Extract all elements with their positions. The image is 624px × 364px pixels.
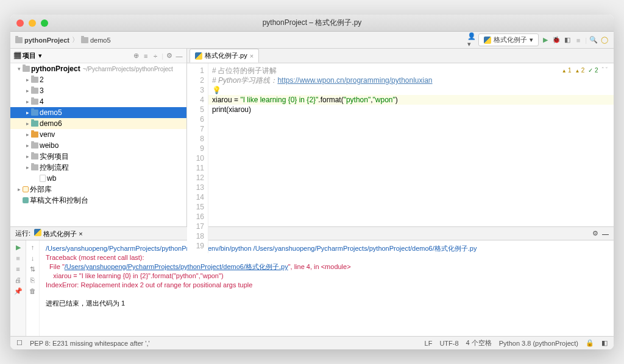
notifications-icon[interactable]: ◧ [601, 339, 608, 347]
ok-badge: 2 [588, 66, 598, 76]
tree-item[interactable]: ▸控制流程 [10, 162, 186, 173]
status-indent[interactable]: 4 个空格 [466, 338, 492, 348]
toolbar: pythonProject 〉 demo5 👤▾ 格式化例子 ▾ ▶ 🐞 ◧ ■… [10, 32, 614, 49]
tree-item[interactable]: ▸4 [10, 96, 186, 107]
run-button[interactable]: ▶ [541, 36, 550, 44]
up-icon[interactable]: ↑ [29, 243, 37, 251]
folder-icon [31, 142, 38, 149]
run-config-tab[interactable]: 格式化例子 × [34, 229, 83, 239]
editor-pane: 格式化例子.py× 12345678910111213141516171819 … [187, 49, 614, 226]
coverage-button[interactable]: ◧ [563, 36, 572, 44]
warning-badge: 2 [575, 66, 585, 76]
editor-tabs: 格式化例子.py× [187, 49, 614, 63]
run-toolbar: ▶ ■ ≡ 🖨 📌 [10, 240, 26, 336]
folder-icon [31, 153, 38, 159]
project-view-selector[interactable]: ▦ 项目 ▾ [14, 51, 42, 60]
statusbar: ☐ PEP 8: E231 missing whitespace after '… [10, 336, 614, 349]
pin-icon[interactable]: 📌 [14, 287, 23, 295]
line-gutter: 12345678910111213141516171819 [187, 63, 208, 253]
python-icon [484, 37, 491, 44]
folder-icon [31, 121, 38, 127]
status-interpreter[interactable]: Python 3.8 (pythonProject) [499, 340, 578, 347]
tree-item[interactable]: ▸实例项目 [10, 151, 186, 162]
tree-item[interactable]: ▸weibo [10, 140, 186, 151]
folder-icon [31, 164, 38, 170]
tree-item-libs[interactable]: ▸外部库 [10, 184, 186, 195]
console-output[interactable]: /Users/yanshuopeng/PycharmProjects/pytho… [40, 240, 614, 336]
breadcrumb-folder[interactable]: demo5 [81, 37, 111, 44]
rerun-button[interactable]: ▶ [14, 243, 23, 251]
folder-icon [15, 37, 23, 43]
console-line: File "/Users/yanshuopeng/PycharmProjects… [46, 263, 351, 270]
maximize-window-button[interactable] [41, 19, 48, 27]
ide-window: pythonProject – 格式化例子.py pythonProject 〉… [10, 15, 614, 349]
gear-icon[interactable]: ⚙ [166, 52, 173, 60]
tree-item[interactable]: ▸venv [10, 129, 186, 140]
todo-icon[interactable]: ☐ [16, 339, 23, 347]
export-icon[interactable]: ⎘ [29, 276, 37, 284]
filter-icon[interactable]: ⇅ [29, 265, 37, 273]
error-badge: 1 [562, 66, 572, 76]
project-sidebar: ▦ 项目 ▾ ⊕ ≡ ÷ | ⚙ — ▾pythonProject~/Pycha… [10, 49, 187, 226]
editor-tab-active[interactable]: 格式化例子.py× [190, 49, 259, 63]
folder-icon [31, 88, 38, 94]
debug-button[interactable]: 🐞 [552, 36, 561, 44]
search-button[interactable]: 🔍 [589, 36, 598, 44]
hide-icon[interactable]: — [176, 52, 183, 60]
breadcrumb-root[interactable]: pythonProject [15, 37, 69, 44]
soft-wrap-icon[interactable]: ≡ [14, 265, 23, 273]
down-icon[interactable]: ↓ [29, 254, 37, 262]
delete-icon[interactable]: 🗑 [29, 287, 37, 295]
python-icon [195, 52, 202, 60]
user-icon[interactable]: 👤▾ [467, 36, 476, 44]
tree-item-selected[interactable]: ▸demo5 [10, 107, 186, 118]
folder-icon [23, 66, 30, 72]
library-icon [23, 186, 29, 192]
bulb-icon[interactable]: 💡 [212, 86, 221, 94]
tree-root[interactable]: ▾pythonProject~/PycharmProjects/pythonPr… [10, 63, 186, 74]
tree-item[interactable]: ▸2 [10, 74, 186, 85]
status-lf[interactable]: LF [425, 340, 433, 347]
file-icon [40, 175, 46, 182]
folder-icon [31, 77, 38, 83]
traceback-link[interactable]: /Users/yanshuopeng/PycharmProjects/pytho… [65, 263, 288, 270]
locate-icon[interactable]: ⊕ [132, 52, 140, 60]
python-icon [34, 229, 41, 236]
console-line: Traceback (most recent call last): [46, 254, 144, 261]
folder-icon [31, 131, 38, 138]
console-line: IndexError: Replacement index 2 out of r… [46, 281, 252, 289]
run-config-selector[interactable]: 格式化例子 ▾ [478, 33, 539, 46]
titlebar: pythonProject – 格式化例子.py [10, 15, 614, 32]
tree-item[interactable]: ▸3 [10, 85, 186, 96]
code-content[interactable]: 1 2 2 ˆ ˇ # 占位符的例子讲解 # Python学习路线：https:… [208, 63, 614, 253]
status-message: PEP 8: E231 missing whitespace after ',' [30, 340, 150, 347]
project-panel-header: ▦ 项目 ▾ ⊕ ≡ ÷ | ⚙ — [10, 49, 186, 63]
tree-item-scratch[interactable]: 草稿文件和控制台 [10, 195, 186, 206]
close-window-button[interactable] [16, 19, 24, 27]
console-line: xiarou = "I like learning {0} in {2}".fo… [46, 272, 224, 279]
run-header-label: 运行: [15, 229, 30, 238]
ai-button[interactable]: ◯ [600, 36, 609, 44]
stop-button[interactable]: ■ [574, 36, 583, 44]
inspection-badges[interactable]: 1 2 2 ˆ ˇ [562, 66, 608, 76]
stop-run-button[interactable]: ■ [14, 254, 23, 262]
run-nav-gutter: ↑ ↓ ⇅ ⎘ 🗑 [26, 240, 40, 336]
minimize-window-button[interactable] [29, 19, 36, 27]
folder-icon [81, 37, 88, 43]
lock-icon[interactable]: 🔒 [586, 339, 594, 347]
breadcrumb: pythonProject 〉 demo5 [15, 35, 111, 44]
collapse-icon[interactable]: ÷ [152, 52, 159, 60]
chevron-right-icon: 〉 [72, 35, 79, 44]
expand-icon[interactable]: ≡ [142, 52, 149, 60]
window-controls [16, 19, 48, 27]
code-area[interactable]: 12345678910111213141516171819 1 2 2 ˆ ˇ … [187, 63, 614, 253]
close-tab-icon[interactable]: × [250, 52, 254, 60]
status-encoding[interactable]: UTF-8 [439, 340, 458, 347]
folder-icon [31, 99, 38, 105]
tree-item[interactable]: wb [10, 173, 186, 184]
tree-item[interactable]: ▸demo6 [10, 118, 186, 129]
window-title: pythonProject – 格式化例子.py [263, 18, 362, 28]
scratch-icon [23, 197, 29, 203]
folder-icon [31, 110, 38, 116]
print-icon[interactable]: 🖨 [14, 276, 23, 284]
